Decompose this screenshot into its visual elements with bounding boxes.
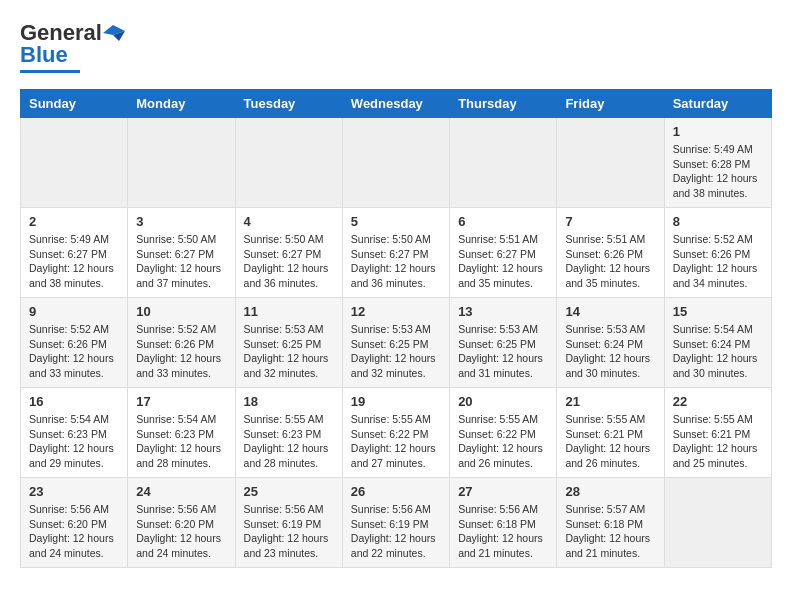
calendar-cell: 8Sunrise: 5:52 AMSunset: 6:26 PMDaylight… <box>664 208 771 298</box>
logo-bird-icon <box>103 25 125 41</box>
day-info: Sunrise: 5:54 AMSunset: 6:23 PMDaylight:… <box>29 412 119 471</box>
calendar-cell <box>557 118 664 208</box>
day-info: Sunrise: 5:52 AMSunset: 6:26 PMDaylight:… <box>136 322 226 381</box>
calendar-cell: 28Sunrise: 5:57 AMSunset: 6:18 PMDayligh… <box>557 478 664 568</box>
day-number: 4 <box>244 214 334 229</box>
day-number: 21 <box>565 394 655 409</box>
day-number: 6 <box>458 214 548 229</box>
calendar-cell: 13Sunrise: 5:53 AMSunset: 6:25 PMDayligh… <box>450 298 557 388</box>
day-number: 27 <box>458 484 548 499</box>
col-header-friday: Friday <box>557 90 664 118</box>
day-number: 8 <box>673 214 763 229</box>
day-number: 22 <box>673 394 763 409</box>
day-number: 20 <box>458 394 548 409</box>
logo-blue: Blue <box>20 42 68 68</box>
calendar-cell: 20Sunrise: 5:55 AMSunset: 6:22 PMDayligh… <box>450 388 557 478</box>
day-info: Sunrise: 5:50 AMSunset: 6:27 PMDaylight:… <box>136 232 226 291</box>
day-info: Sunrise: 5:49 AMSunset: 6:28 PMDaylight:… <box>673 142 763 201</box>
day-info: Sunrise: 5:56 AMSunset: 6:19 PMDaylight:… <box>351 502 441 561</box>
calendar-cell: 7Sunrise: 5:51 AMSunset: 6:26 PMDaylight… <box>557 208 664 298</box>
day-info: Sunrise: 5:56 AMSunset: 6:19 PMDaylight:… <box>244 502 334 561</box>
day-number: 14 <box>565 304 655 319</box>
day-number: 1 <box>673 124 763 139</box>
day-info: Sunrise: 5:57 AMSunset: 6:18 PMDaylight:… <box>565 502 655 561</box>
col-header-tuesday: Tuesday <box>235 90 342 118</box>
calendar-cell: 19Sunrise: 5:55 AMSunset: 6:22 PMDayligh… <box>342 388 449 478</box>
calendar-cell: 1Sunrise: 5:49 AMSunset: 6:28 PMDaylight… <box>664 118 771 208</box>
day-number: 3 <box>136 214 226 229</box>
calendar-cell: 11Sunrise: 5:53 AMSunset: 6:25 PMDayligh… <box>235 298 342 388</box>
day-info: Sunrise: 5:56 AMSunset: 6:18 PMDaylight:… <box>458 502 548 561</box>
calendar-cell <box>450 118 557 208</box>
calendar-cell: 16Sunrise: 5:54 AMSunset: 6:23 PMDayligh… <box>21 388 128 478</box>
day-number: 5 <box>351 214 441 229</box>
day-info: Sunrise: 5:51 AMSunset: 6:27 PMDaylight:… <box>458 232 548 291</box>
day-number: 23 <box>29 484 119 499</box>
day-number: 25 <box>244 484 334 499</box>
col-header-monday: Monday <box>128 90 235 118</box>
calendar-cell: 3Sunrise: 5:50 AMSunset: 6:27 PMDaylight… <box>128 208 235 298</box>
calendar-week-row: 9Sunrise: 5:52 AMSunset: 6:26 PMDaylight… <box>21 298 772 388</box>
day-number: 13 <box>458 304 548 319</box>
day-number: 10 <box>136 304 226 319</box>
day-info: Sunrise: 5:55 AMSunset: 6:23 PMDaylight:… <box>244 412 334 471</box>
calendar-cell: 22Sunrise: 5:55 AMSunset: 6:21 PMDayligh… <box>664 388 771 478</box>
calendar-cell: 23Sunrise: 5:56 AMSunset: 6:20 PMDayligh… <box>21 478 128 568</box>
calendar-cell <box>21 118 128 208</box>
day-info: Sunrise: 5:49 AMSunset: 6:27 PMDaylight:… <box>29 232 119 291</box>
day-info: Sunrise: 5:53 AMSunset: 6:25 PMDaylight:… <box>351 322 441 381</box>
day-number: 26 <box>351 484 441 499</box>
col-header-thursday: Thursday <box>450 90 557 118</box>
calendar-cell <box>664 478 771 568</box>
day-number: 7 <box>565 214 655 229</box>
calendar-cell: 21Sunrise: 5:55 AMSunset: 6:21 PMDayligh… <box>557 388 664 478</box>
calendar-cell: 9Sunrise: 5:52 AMSunset: 6:26 PMDaylight… <box>21 298 128 388</box>
calendar-cell: 18Sunrise: 5:55 AMSunset: 6:23 PMDayligh… <box>235 388 342 478</box>
day-number: 11 <box>244 304 334 319</box>
calendar-week-row: 16Sunrise: 5:54 AMSunset: 6:23 PMDayligh… <box>21 388 772 478</box>
calendar-cell: 26Sunrise: 5:56 AMSunset: 6:19 PMDayligh… <box>342 478 449 568</box>
day-info: Sunrise: 5:55 AMSunset: 6:21 PMDaylight:… <box>565 412 655 471</box>
day-number: 24 <box>136 484 226 499</box>
calendar-cell: 5Sunrise: 5:50 AMSunset: 6:27 PMDaylight… <box>342 208 449 298</box>
day-info: Sunrise: 5:50 AMSunset: 6:27 PMDaylight:… <box>244 232 334 291</box>
calendar-cell: 27Sunrise: 5:56 AMSunset: 6:18 PMDayligh… <box>450 478 557 568</box>
calendar-cell <box>342 118 449 208</box>
calendar-cell: 12Sunrise: 5:53 AMSunset: 6:25 PMDayligh… <box>342 298 449 388</box>
logo-underline <box>20 70 80 73</box>
col-header-saturday: Saturday <box>664 90 771 118</box>
day-info: Sunrise: 5:50 AMSunset: 6:27 PMDaylight:… <box>351 232 441 291</box>
day-info: Sunrise: 5:54 AMSunset: 6:24 PMDaylight:… <box>673 322 763 381</box>
calendar-cell: 14Sunrise: 5:53 AMSunset: 6:24 PMDayligh… <box>557 298 664 388</box>
day-info: Sunrise: 5:53 AMSunset: 6:24 PMDaylight:… <box>565 322 655 381</box>
day-info: Sunrise: 5:52 AMSunset: 6:26 PMDaylight:… <box>673 232 763 291</box>
calendar-cell: 15Sunrise: 5:54 AMSunset: 6:24 PMDayligh… <box>664 298 771 388</box>
day-number: 2 <box>29 214 119 229</box>
calendar-cell: 6Sunrise: 5:51 AMSunset: 6:27 PMDaylight… <box>450 208 557 298</box>
calendar-header-row: SundayMondayTuesdayWednesdayThursdayFrid… <box>21 90 772 118</box>
day-number: 17 <box>136 394 226 409</box>
day-number: 12 <box>351 304 441 319</box>
calendar-table: SundayMondayTuesdayWednesdayThursdayFrid… <box>20 89 772 568</box>
calendar-cell <box>235 118 342 208</box>
calendar-cell: 24Sunrise: 5:56 AMSunset: 6:20 PMDayligh… <box>128 478 235 568</box>
calendar-cell: 10Sunrise: 5:52 AMSunset: 6:26 PMDayligh… <box>128 298 235 388</box>
day-number: 18 <box>244 394 334 409</box>
day-number: 16 <box>29 394 119 409</box>
day-number: 15 <box>673 304 763 319</box>
day-info: Sunrise: 5:51 AMSunset: 6:26 PMDaylight:… <box>565 232 655 291</box>
col-header-wednesday: Wednesday <box>342 90 449 118</box>
calendar-cell <box>128 118 235 208</box>
day-number: 28 <box>565 484 655 499</box>
calendar-week-row: 2Sunrise: 5:49 AMSunset: 6:27 PMDaylight… <box>21 208 772 298</box>
page-header: General Blue <box>20 20 772 73</box>
calendar-cell: 17Sunrise: 5:54 AMSunset: 6:23 PMDayligh… <box>128 388 235 478</box>
logo: General Blue <box>20 20 126 73</box>
day-info: Sunrise: 5:55 AMSunset: 6:21 PMDaylight:… <box>673 412 763 471</box>
calendar-cell: 4Sunrise: 5:50 AMSunset: 6:27 PMDaylight… <box>235 208 342 298</box>
day-info: Sunrise: 5:55 AMSunset: 6:22 PMDaylight:… <box>351 412 441 471</box>
day-info: Sunrise: 5:55 AMSunset: 6:22 PMDaylight:… <box>458 412 548 471</box>
day-info: Sunrise: 5:56 AMSunset: 6:20 PMDaylight:… <box>136 502 226 561</box>
col-header-sunday: Sunday <box>21 90 128 118</box>
calendar-week-row: 1Sunrise: 5:49 AMSunset: 6:28 PMDaylight… <box>21 118 772 208</box>
